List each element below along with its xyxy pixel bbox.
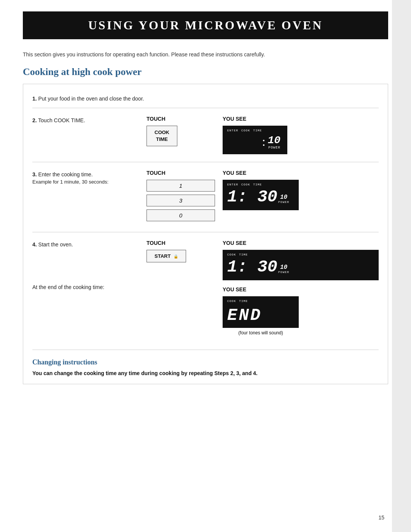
step3-buttons: 1 3 0 bbox=[147, 180, 215, 224]
step3-display-top: ENTERCOOKTIME bbox=[227, 183, 294, 186]
step3-touch-label: TOUCH bbox=[147, 170, 215, 176]
step4-display2-top: COOKTIME bbox=[227, 299, 294, 303]
step4-row: 4. Start the oven. At the end of the coo… bbox=[32, 232, 379, 343]
changing-text: You can change the cooking time any time… bbox=[32, 370, 379, 376]
step4-yousee-label2: YOU SEE bbox=[223, 286, 379, 292]
cook-time-button[interactable]: COOKTIME bbox=[147, 126, 177, 146]
page-header: Using Your Microwave Oven bbox=[23, 11, 388, 39]
step1-row: 1. Put your food in the oven and close t… bbox=[32, 92, 379, 108]
four-tones-text: (four tones will sound) bbox=[223, 330, 299, 335]
page-title: Using Your Microwave Oven bbox=[38, 18, 373, 32]
changing-section: Changing instructions You can change the… bbox=[32, 350, 379, 376]
step4-display1: COOKTIME 1: 30 10 POWER bbox=[223, 250, 379, 280]
step3-sub-desc: Example for 1 minute, 30 seconds: bbox=[32, 179, 139, 185]
step4-desc: 4. Start the oven. At the end of the coo… bbox=[32, 240, 139, 290]
step4-display2-text: END bbox=[227, 306, 262, 325]
start-button[interactable]: START 🔒 bbox=[147, 250, 186, 262]
step2-display-top: ENTERCOOKTIME bbox=[227, 129, 283, 132]
step2-yousee-label: YOU SEE bbox=[223, 116, 379, 122]
step3-display: ENTERCOOKTIME 1: 30 10 POWER bbox=[223, 180, 299, 210]
button-1[interactable]: 1 bbox=[147, 180, 215, 192]
button-3[interactable]: 3 bbox=[147, 195, 215, 206]
step4-display2-wrapper: COOKTIME END (four tones will sound) bbox=[223, 296, 299, 335]
sub-section-heading: Changing instructions bbox=[32, 358, 379, 366]
step3-yousee-col: YOU SEE ENTERCOOKTIME 1: 30 10 POWER bbox=[223, 170, 379, 210]
step4-yousee-col: YOU SEE COOKTIME 1: 30 10 POWER YOU SEE bbox=[223, 240, 379, 336]
step4-display2: COOKTIME END bbox=[223, 296, 299, 328]
step4-yousee-label: YOU SEE bbox=[223, 240, 379, 246]
step2-touch-label: TOUCH bbox=[147, 116, 215, 122]
step3-touch-col: TOUCH 1 3 0 bbox=[147, 170, 215, 224]
step2-desc: 2. Touch COOK TIME. bbox=[32, 116, 139, 123]
step2-yousee-col: YOU SEE ENTERCOOKTIME 10 POWER bbox=[223, 116, 379, 154]
display-dot bbox=[263, 144, 264, 146]
step4-touch-col: TOUCH START 🔒 bbox=[147, 240, 215, 262]
step2-row: 2. Touch COOK TIME. TOUCH COOKTIME YOU S… bbox=[32, 108, 379, 162]
step2-touch-col: TOUCH COOKTIME bbox=[147, 116, 215, 146]
step1-text: 1. Put your food in the oven and close t… bbox=[32, 96, 144, 102]
step4-end-desc: At the end of the cooking time: bbox=[32, 284, 139, 290]
button-0[interactable]: 0 bbox=[147, 209, 215, 221]
step3-row: 3. Enter the cooking time. Example for 1… bbox=[32, 162, 379, 232]
step3-yousee-label: YOU SEE bbox=[223, 170, 379, 176]
intro-text: This section gives you instructions for … bbox=[23, 51, 388, 59]
step4-display1-top: COOKTIME bbox=[227, 253, 374, 256]
step4-touch-label: TOUCH bbox=[147, 240, 215, 246]
content-box: 1. Put your food in the oven and close t… bbox=[23, 84, 388, 384]
right-decorative-strip bbox=[392, 0, 411, 532]
lock-icon: 🔒 bbox=[174, 254, 178, 259]
page-number: 15 bbox=[378, 514, 384, 521]
display-dot bbox=[263, 140, 264, 141]
step3-desc: 3. Enter the cooking time. Example for 1… bbox=[32, 170, 139, 185]
section-heading: Cooking at high cook power bbox=[23, 66, 388, 78]
step2-display: ENTERCOOKTIME 10 POWER bbox=[223, 126, 287, 154]
